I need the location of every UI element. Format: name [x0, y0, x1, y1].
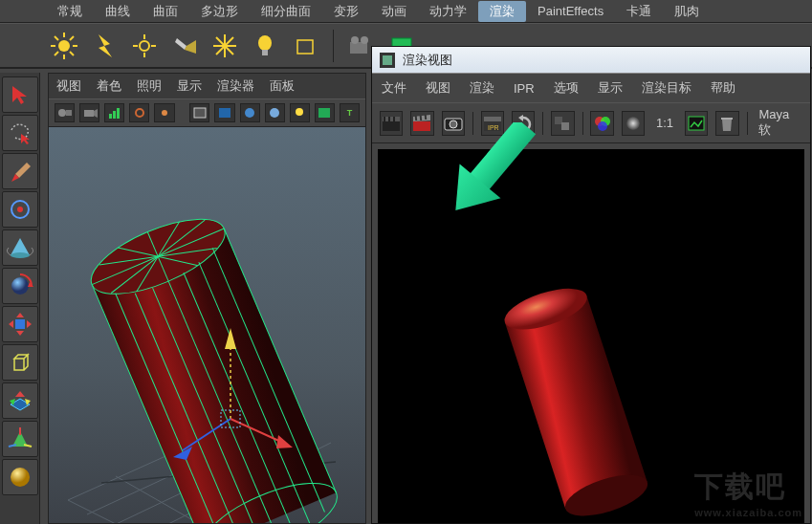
- svg-line-7: [70, 36, 74, 40]
- menu-item-subdiv[interactable]: 细分曲面: [250, 1, 322, 22]
- vp-shade3-icon[interactable]: [240, 103, 260, 122]
- render-view-canvas-frame: [372, 143, 810, 523]
- vp-green-icon[interactable]: [315, 103, 335, 122]
- move-icon[interactable]: [2, 306, 38, 342]
- snapshot-icon[interactable]: [442, 111, 465, 136]
- svg-point-27: [17, 207, 23, 212]
- vp-gear-icon[interactable]: [129, 103, 149, 122]
- ipr-icon[interactable]: IPR: [481, 111, 504, 136]
- vp-menu-light[interactable]: 照明: [137, 77, 162, 95]
- vp-cam1-icon[interactable]: [55, 103, 75, 122]
- svg-rect-50: [113, 111, 116, 119]
- select-arrow-icon[interactable]: [2, 76, 38, 113]
- vp-bar-icon[interactable]: [104, 103, 124, 122]
- alpha-icon[interactable]: [622, 111, 645, 136]
- rv-menu-render[interactable]: 渲染: [470, 79, 494, 97]
- grid-icon[interactable]: [2, 382, 38, 419]
- renderer-label[interactable]: Maya 软: [755, 107, 802, 139]
- svg-text:IPR: IPR: [488, 124, 499, 131]
- svg-point-58: [296, 108, 303, 116]
- left-toolbar: [0, 73, 40, 524]
- menu-item-toon[interactable]: 卡通: [615, 1, 663, 22]
- svg-line-64: [68, 500, 173, 523]
- sun-alt-icon[interactable]: [128, 30, 161, 62]
- vp-menu-shading[interactable]: 着色: [97, 77, 121, 95]
- svg-rect-120: [561, 122, 569, 130]
- menu-item-dynamics[interactable]: 动力学: [418, 1, 478, 22]
- vp-shade2-icon[interactable]: [214, 103, 234, 122]
- menu-item-muscle[interactable]: 肌肉: [663, 1, 711, 22]
- lasso-icon[interactable]: [2, 115, 38, 151]
- menu-item-curve[interactable]: 曲线: [94, 1, 142, 22]
- rv-menu-target[interactable]: 渲染目标: [642, 79, 691, 97]
- vp-menu-renderer[interactable]: 渲染器: [217, 77, 254, 95]
- lightbulb-icon[interactable]: [249, 30, 281, 62]
- rgb-icon[interactable]: [590, 111, 613, 136]
- render-settings-icon[interactable]: [551, 111, 574, 136]
- menu-item-render[interactable]: 渲染: [478, 1, 526, 22]
- trash-icon[interactable]: [715, 111, 738, 136]
- clapboard-red-icon[interactable]: [410, 111, 433, 136]
- menu-item-surface[interactable]: 曲面: [142, 1, 189, 22]
- vp-light-icon[interactable]: [290, 103, 310, 122]
- render-view-app-icon: [380, 53, 395, 68]
- menu-item-anim[interactable]: 动画: [370, 1, 418, 22]
- render-view-canvas[interactable]: [378, 149, 804, 523]
- flash-icon[interactable]: [88, 30, 121, 62]
- menu-item-polygon[interactable]: 多边形: [189, 1, 250, 22]
- vp-shade1-icon[interactable]: [189, 103, 209, 122]
- render-view-titlebar[interactable]: 渲染视图: [372, 47, 810, 74]
- viewport-canvas[interactable]: [49, 127, 365, 523]
- vp-shade4-icon[interactable]: [265, 103, 285, 122]
- main-menu: 常规 曲线 曲面 多边形 细分曲面 变形 动画 动力学 渲染 PaintEffe…: [0, 0, 812, 23]
- vp-menu-panel[interactable]: 面板: [270, 77, 295, 95]
- rv-menu-help[interactable]: 帮助: [711, 79, 735, 97]
- rv-menu-ipr[interactable]: IPR: [514, 81, 535, 96]
- svg-point-23: [351, 36, 359, 44]
- flashlight-icon[interactable]: [168, 30, 201, 62]
- svg-point-44: [11, 468, 30, 487]
- vp-menu-display[interactable]: 显示: [177, 77, 202, 95]
- rv-menu-file[interactable]: 文件: [382, 79, 406, 97]
- save-image-icon[interactable]: [685, 111, 708, 136]
- star-icon[interactable]: [208, 30, 241, 62]
- svg-rect-55: [219, 108, 230, 118]
- cube-axes-icon[interactable]: [2, 344, 38, 381]
- vp-dot-icon[interactable]: [154, 103, 174, 122]
- paintbrush-icon[interactable]: [2, 153, 38, 189]
- svg-rect-103: [383, 55, 392, 65]
- svg-rect-49: [109, 114, 112, 119]
- rv-separator-4: [747, 112, 748, 135]
- render-view-menu: 文件 视图 渲染 IPR 选项 显示 渲染目标 帮助: [372, 74, 810, 102]
- svg-point-114: [450, 120, 457, 128]
- vp-t-icon[interactable]: T: [340, 103, 360, 122]
- vp-cam2-icon[interactable]: [79, 103, 99, 122]
- svg-point-52: [136, 109, 143, 117]
- cone-icon[interactable]: [2, 229, 38, 266]
- menu-item-painteffects[interactable]: PaintEffects: [526, 2, 615, 20]
- menu-item-deform[interactable]: 变形: [322, 1, 370, 22]
- rv-menu-display[interactable]: 显示: [598, 79, 623, 97]
- sphere-alt-icon[interactable]: [2, 459, 38, 495]
- orbit-icon[interactable]: [2, 268, 38, 304]
- svg-marker-118: [518, 115, 523, 121]
- svg-rect-107: [388, 117, 390, 121]
- cone-alt-icon[interactable]: [2, 421, 38, 457]
- sun-icon[interactable]: [48, 30, 80, 62]
- box-icon[interactable]: [289, 30, 321, 62]
- target-icon[interactable]: [2, 191, 38, 228]
- rv-menu-options[interactable]: 选项: [554, 79, 579, 97]
- svg-point-29: [11, 252, 30, 258]
- svg-marker-35: [9, 320, 13, 328]
- svg-line-5: [55, 36, 58, 40]
- refresh-icon[interactable]: [512, 111, 535, 136]
- svg-marker-14: [185, 40, 196, 54]
- menu-item-general[interactable]: 常规: [46, 1, 94, 22]
- svg-point-53: [162, 110, 167, 116]
- rv-menu-view[interactable]: 视图: [426, 79, 450, 97]
- svg-marker-33: [16, 313, 24, 317]
- clapboard-dark-icon[interactable]: [380, 111, 403, 136]
- svg-rect-104: [383, 121, 400, 131]
- svg-marker-37: [15, 391, 25, 397]
- vp-menu-view[interactable]: 视图: [56, 77, 81, 95]
